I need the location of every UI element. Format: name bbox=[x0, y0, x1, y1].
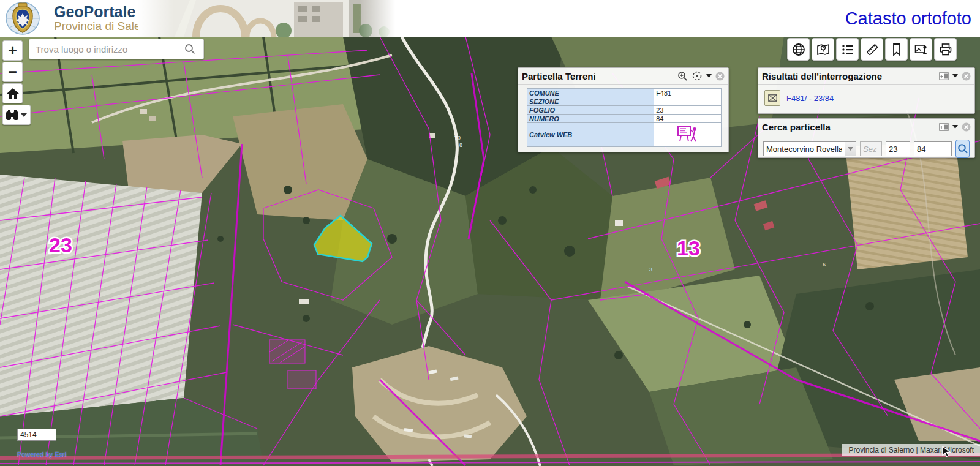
attr-value: 23 bbox=[654, 106, 722, 115]
collapse-caret-icon[interactable] bbox=[952, 74, 958, 78]
provincia-logo-icon bbox=[5, 1, 40, 36]
bookmark-button[interactable] bbox=[885, 38, 908, 61]
scale-input[interactable] bbox=[17, 429, 56, 441]
particella-attributes-table: COMUNE F481 SEZIONE FOGLIO 23 NUMERO 84 … bbox=[527, 88, 722, 147]
map-viewport[interactable]: 23 13 70 8 3 6 + − bbox=[0, 37, 980, 466]
chevron-down-icon bbox=[21, 113, 27, 117]
close-panel-icon[interactable] bbox=[962, 72, 971, 81]
parcel-number: 6 bbox=[823, 261, 826, 268]
popup-zoom-icon[interactable] bbox=[677, 71, 688, 81]
attr-label: FOGLIO bbox=[527, 106, 654, 115]
collapse-caret-icon[interactable] bbox=[952, 125, 958, 129]
close-panel-icon[interactable] bbox=[962, 122, 971, 132]
search-icon bbox=[184, 43, 195, 54]
cerca-form bbox=[758, 135, 974, 162]
attr-label: SEZIONE bbox=[527, 97, 654, 106]
zoom-in-label: + bbox=[8, 42, 17, 59]
zoom-out-label: − bbox=[8, 63, 17, 81]
table-row: SEZIONE bbox=[527, 97, 722, 106]
results-panel: Risultati dell'interrogazione bbox=[758, 67, 975, 114]
printer-icon bbox=[939, 43, 952, 56]
comune-combobox bbox=[763, 141, 856, 156]
photo-export-button[interactable] bbox=[910, 38, 932, 61]
basemap-gallery-button[interactable] bbox=[812, 38, 834, 61]
comune-dropdown-button[interactable] bbox=[845, 141, 856, 156]
overview-globe-button[interactable] bbox=[787, 38, 810, 61]
zoom-out-button[interactable]: − bbox=[2, 62, 23, 82]
map-toolbar bbox=[787, 38, 957, 61]
attr-label: COMUNE bbox=[527, 89, 654, 97]
search-icon bbox=[957, 143, 968, 154]
app-header: GeoPortale Provincia di Salerno Catasto … bbox=[0, 0, 980, 37]
particella-popup-header[interactable]: Particella Terreni bbox=[518, 68, 728, 85]
ruler-icon bbox=[865, 43, 879, 56]
catview-cell bbox=[654, 123, 722, 147]
binoculars-icon bbox=[6, 110, 19, 121]
dock-panel-icon[interactable] bbox=[939, 123, 949, 131]
dock-panel-icon[interactable] bbox=[939, 72, 949, 80]
attr-label: NUMERO bbox=[527, 115, 654, 123]
parcel-number: 8 bbox=[459, 142, 462, 148]
popup-title: Particella Terreni bbox=[522, 71, 677, 81]
search-submit-button[interactable] bbox=[176, 39, 203, 59]
header-photo bbox=[138, 0, 395, 37]
legend-button[interactable] bbox=[836, 38, 859, 61]
popup-menu-caret-icon[interactable] bbox=[706, 74, 712, 78]
particella-popup: Particella Terreni bbox=[518, 67, 729, 152]
foglio-label-right: 13 bbox=[677, 236, 700, 260]
results-panel-header[interactable]: Risultati dell'interrogazione bbox=[758, 68, 974, 85]
photo-icon bbox=[914, 43, 928, 56]
result-row: F481/ - 23/84 bbox=[758, 85, 974, 111]
numero-input[interactable] bbox=[914, 141, 952, 156]
results-panel-title: Risultati dell'interrogazione bbox=[762, 71, 939, 81]
zoom-in-button[interactable]: + bbox=[2, 40, 23, 61]
esri-attribution: Powered by Esri bbox=[17, 451, 66, 458]
home-icon bbox=[7, 88, 19, 99]
parcel-number: 70 bbox=[454, 135, 461, 141]
catview-web-icon[interactable] bbox=[677, 125, 699, 143]
search-input[interactable] bbox=[29, 44, 176, 54]
result-link[interactable]: F481/ - 23/84 bbox=[786, 94, 834, 103]
mouse-cursor bbox=[942, 446, 952, 458]
table-row: FOGLIO 23 bbox=[527, 106, 722, 115]
home-extent-button[interactable] bbox=[2, 83, 23, 103]
search-tools-button[interactable] bbox=[2, 105, 31, 125]
foglio-input[interactable] bbox=[886, 141, 910, 156]
geocoder-searchbox bbox=[29, 39, 204, 59]
globe-icon bbox=[792, 43, 805, 56]
table-row: NUMERO 84 bbox=[527, 115, 722, 123]
comune-input[interactable] bbox=[763, 141, 845, 156]
attr-label: Catview WEB bbox=[527, 123, 654, 147]
cerca-panel-title: Cerca particella bbox=[762, 122, 939, 132]
attr-value: 84 bbox=[654, 115, 722, 123]
print-button[interactable] bbox=[934, 38, 957, 61]
cerca-particella-panel: Cerca particella bbox=[758, 118, 975, 158]
cerca-panel-header[interactable]: Cerca particella bbox=[758, 119, 974, 135]
result-item-icon[interactable] bbox=[764, 90, 780, 106]
cerca-search-button[interactable] bbox=[956, 140, 970, 158]
popup-locate-icon[interactable] bbox=[692, 70, 703, 81]
attr-value: F481 bbox=[654, 89, 722, 97]
bookmark-icon bbox=[891, 43, 903, 56]
basemap-icon bbox=[816, 43, 830, 56]
popup-close-icon[interactable] bbox=[715, 72, 725, 81]
legend-list-icon bbox=[842, 43, 854, 56]
table-row: COMUNE F481 bbox=[527, 89, 722, 97]
attr-value bbox=[654, 97, 722, 106]
page-title: Catasto ortofoto bbox=[845, 9, 971, 29]
table-row: Catview WEB bbox=[527, 123, 722, 147]
sezione-input[interactable] bbox=[860, 141, 882, 156]
foglio-label-left: 23 bbox=[49, 233, 72, 257]
measure-button[interactable] bbox=[861, 38, 883, 61]
parcel-number: 3 bbox=[649, 266, 652, 272]
map-attribution: Provincia di Salerno | Maxar, Microsoft bbox=[842, 444, 980, 456]
